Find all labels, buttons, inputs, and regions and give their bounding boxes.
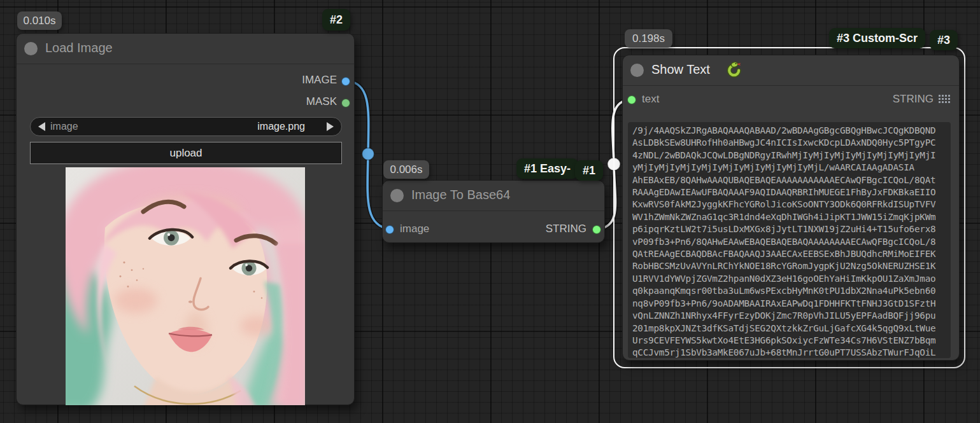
mask-output-port[interactable]: [341, 99, 350, 107]
node-header[interactable]: Load Image: [17, 34, 354, 64]
timing-badge: 0.198s: [625, 29, 672, 48]
node-source-badge: #1 Easy-: [516, 158, 578, 179]
timing-badge: 0.006s: [383, 160, 429, 179]
combo-label: image: [50, 121, 78, 132]
output-label-string: STRING: [546, 223, 586, 235]
node-source-badge: #3 Custom-Scr: [829, 28, 925, 48]
snake-icon: [723, 60, 742, 79]
prev-arrow-icon[interactable]: [38, 122, 45, 131]
node-image-to-base64[interactable]: Image To Base64 image STRING: [382, 180, 605, 243]
combo-value: image.png: [257, 121, 305, 132]
input-label-image: image: [400, 223, 429, 235]
widget-grid-icon: [939, 95, 950, 103]
input-label-text: text: [642, 93, 659, 106]
output-label-mask: MASK: [306, 95, 337, 108]
timing-badge: 0.010s: [17, 11, 62, 30]
node-header[interactable]: Show Text: [623, 55, 959, 86]
text-input-port[interactable]: [627, 95, 636, 104]
upload-button[interactable]: upload: [30, 142, 342, 164]
string-output-port[interactable]: [592, 225, 601, 234]
node-title: Show Text: [651, 62, 710, 77]
node-load-image[interactable]: Load Image IMAGE MASK image image.png up…: [16, 33, 355, 405]
widget-label-string: STRING: [893, 93, 934, 106]
image-output-port[interactable]: [341, 77, 350, 86]
collapse-dot[interactable]: [630, 64, 644, 77]
node-show-text[interactable]: Show Text text STRING /9j/4AAQSkZJRgABAQ…: [622, 55, 960, 361]
image-combo-widget[interactable]: image image.png: [30, 117, 342, 136]
node-header[interactable]: Image To Base64: [383, 181, 604, 211]
base64-text: /9j/4AAQSkZJRgABAQAAAQABAAD/2wBDAAgGBgcG…: [628, 122, 951, 358]
base64-text-area[interactable]: /9j/4AAQSkZJRgABAQAAAQABAAD/2wBDAAgGBgcG…: [628, 122, 951, 358]
output-label-image: IMAGE: [302, 74, 337, 87]
image-input-port[interactable]: [385, 225, 394, 234]
node-id-badge: #3: [930, 30, 958, 50]
node-id-badge: #2: [322, 9, 350, 31]
node-id-badge: #1: [575, 160, 603, 181]
node-title: Load Image: [45, 41, 113, 55]
portrait-image: [66, 167, 305, 405]
collapse-dot[interactable]: [390, 189, 404, 202]
image-wire-midpoint-dot: [362, 148, 374, 160]
node-title: Image To Base64: [411, 188, 510, 202]
collapse-dot[interactable]: [24, 42, 38, 55]
next-arrow-icon[interactable]: [327, 122, 334, 131]
